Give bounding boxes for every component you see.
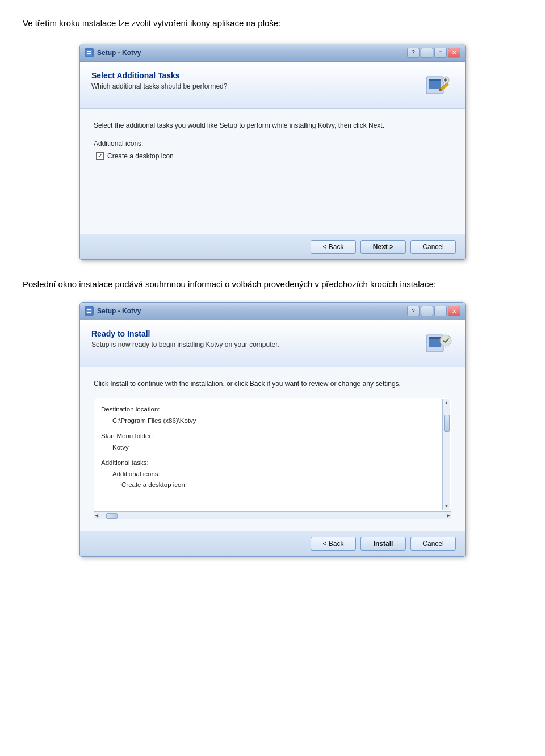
scroll-up-arrow[interactable]: ▲: [445, 399, 449, 407]
dialog2-title: Setup - Kotvy: [97, 307, 141, 315]
dialog2-header-title: Ready to Install: [91, 329, 279, 338]
dialog2-back-button[interactable]: < Back: [311, 537, 356, 551]
dialog1-back-button[interactable]: < Back: [311, 240, 356, 254]
svg-rect-0: [86, 50, 92, 56]
svg-rect-11: [87, 312, 91, 313]
dialog2-wrapper: Setup - Kotvy ? – □ ✕ Ready to Install S…: [23, 302, 522, 557]
dialog2-header: Ready to Install Setup is now ready to b…: [80, 320, 465, 367]
desktop-icon-checkbox[interactable]: ✓: [96, 152, 104, 160]
svg-rect-5: [429, 79, 441, 81]
svg-rect-1: [87, 51, 91, 52]
summary-desktop-label: Create a desktop icon: [101, 480, 434, 491]
dialog1-maximize-button[interactable]: □: [434, 48, 447, 58]
scrollbar-thumb[interactable]: [444, 415, 450, 432]
dialog1-minimize-button[interactable]: –: [421, 48, 433, 58]
svg-rect-2: [87, 53, 91, 54]
dialog2: Setup - Kotvy ? – □ ✕ Ready to Install S…: [79, 302, 466, 557]
svg-point-15: [440, 335, 451, 346]
dialog1-footer: < Back Next > Cancel: [80, 234, 465, 259]
desktop-icon-checkbox-row: ✓ Create a desktop icon: [96, 152, 451, 160]
summary-menu-label: Start Menu folder:: [101, 431, 434, 442]
dialog1-header-title: Select Additional Tasks: [91, 71, 227, 80]
dialog2-titlebar: Setup - Kotvy ? – □ ✕: [80, 303, 465, 320]
svg-rect-14: [429, 337, 441, 339]
dialog2-body: Click Install to continue with the insta…: [80, 367, 465, 531]
dialog1-app-icon: [85, 48, 94, 57]
dialog2-body-text: Click Install to continue with the insta…: [94, 379, 451, 389]
dialog1-title: Setup - Kotvy: [97, 49, 141, 57]
desktop-icon-checkbox-label: Create a desktop icon: [107, 152, 174, 160]
dialog1: Setup - Kotvy ? – □ ✕ Select Additional …: [79, 44, 466, 260]
summary-dest-value: C:\Program Files (x86)\Kotvy: [101, 415, 434, 427]
summary-icons-label: Additional icons:: [101, 469, 434, 480]
horizontal-scrollbar[interactable]: ◀ ▶: [94, 511, 451, 519]
dialog2-install-button[interactable]: Install: [360, 537, 406, 551]
dialog1-close-button[interactable]: ✕: [448, 48, 460, 58]
scrollbar-h-thumb[interactable]: [106, 513, 118, 519]
section-text: Poslední okno instalace podává souhrnnou…: [23, 278, 522, 291]
scroll-down-arrow[interactable]: ▼: [445, 502, 449, 510]
svg-rect-10: [87, 309, 91, 310]
scroll-left-arrow[interactable]: ◀: [95, 512, 98, 520]
dialog1-body: Select the additional tasks you would li…: [80, 109, 465, 234]
summary-tasks-label: Additional tasks:: [101, 457, 434, 469]
dialog1-cancel-button[interactable]: Cancel: [410, 240, 456, 254]
dialog1-next-button[interactable]: Next >: [360, 240, 406, 254]
dialog2-header-subtitle: Setup is now ready to begin installing K…: [91, 341, 279, 348]
intro-text: Ve třetím kroku instalace lze zvolit vyt…: [23, 17, 522, 30]
dialog2-help-button[interactable]: ?: [407, 306, 420, 316]
dialog2-header-icon: [424, 329, 454, 359]
dialog1-header: Select Additional Tasks Which additional…: [80, 62, 465, 109]
dialog2-footer: < Back Install Cancel: [80, 531, 465, 556]
dialog1-titlebar: Setup - Kotvy ? – □ ✕: [80, 44, 465, 62]
dialog2-scrollable-area[interactable]: Destination location: C:\Program Files (…: [94, 398, 451, 511]
dialog1-wrapper: Setup - Kotvy ? – □ ✕ Select Additional …: [23, 44, 522, 260]
dialog2-close-button[interactable]: ✕: [448, 306, 460, 316]
additional-icons-label: Additional icons:: [94, 140, 451, 148]
scroll-right-arrow[interactable]: ▶: [447, 512, 450, 520]
dialog1-body-text: Select the additional tasks you would li…: [94, 120, 451, 131]
summary-menu-value: Kotvy: [101, 442, 434, 453]
summary-dest-label: Destination location:: [101, 404, 434, 415]
vertical-scrollbar[interactable]: ▲ ▼: [442, 399, 450, 510]
svg-rect-9: [86, 308, 92, 314]
dialog1-header-subtitle: Which additional tasks should be perform…: [91, 82, 227, 90]
dialog1-header-icon: [424, 71, 454, 100]
dialog2-cancel-button[interactable]: Cancel: [410, 537, 456, 551]
dialog2-minimize-button[interactable]: –: [421, 306, 433, 316]
dialog2-maximize-button[interactable]: □: [434, 306, 447, 316]
dialog2-app-icon: [85, 306, 94, 316]
dialog2-scroll-container: Destination location: C:\Program Files (…: [94, 398, 451, 519]
dialog1-help-button[interactable]: ?: [407, 48, 420, 58]
